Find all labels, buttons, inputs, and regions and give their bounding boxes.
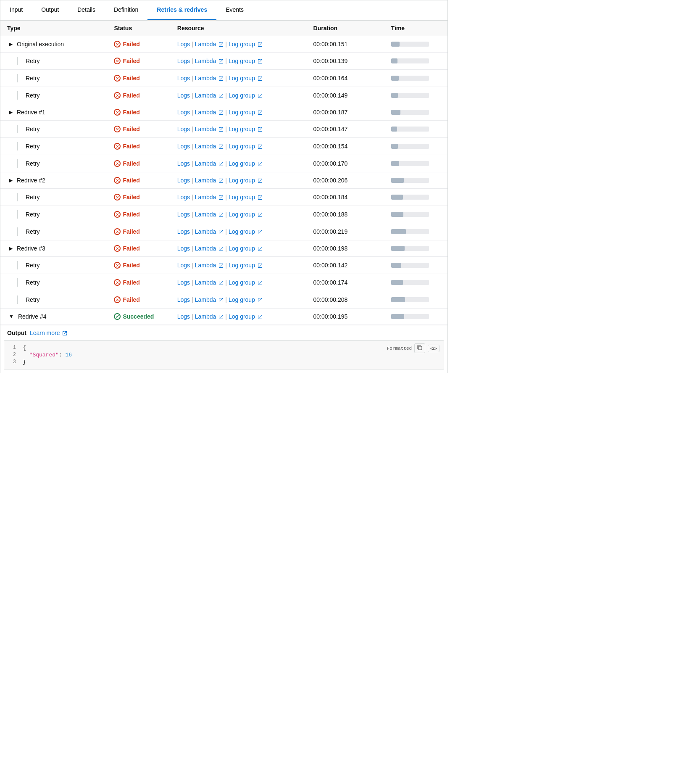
logs-link[interactable]: Logs [177,177,190,184]
loggroup-link[interactable]: Log group [229,177,263,184]
tab-events[interactable]: Events [216,0,253,20]
tab-definition[interactable]: Definition [105,0,147,20]
loggroup-link[interactable]: Log group [229,296,263,303]
loggroup-link[interactable]: Log group [229,92,263,99]
failed-icon: × [114,262,121,269]
resource-links: Logs | Lambda | Log group [177,92,300,99]
tab-output[interactable]: Output [32,0,68,20]
logs-link[interactable]: Logs [177,279,190,286]
lambda-link[interactable]: Lambda [195,296,224,303]
lambda-link[interactable]: Lambda [195,160,224,167]
status-label: Failed [123,109,139,116]
logs-link[interactable]: Logs [177,109,190,116]
lambda-link[interactable]: Lambda [195,177,224,184]
loggroup-ext-icon [258,314,263,319]
loggroup-link[interactable]: Log group [229,228,263,235]
logs-link[interactable]: Logs [177,313,190,320]
loggroup-link[interactable]: Log group [229,41,263,47]
lambda-link[interactable]: Lambda [195,75,224,82]
cell-resource: Logs | Lambda | Log group [171,189,307,206]
lambda-ext-icon [218,314,224,319]
logs-link[interactable]: Logs [177,211,190,218]
table-body: ▶Original execution×Failed Logs | Lambda… [0,36,447,325]
lambda-link[interactable]: Lambda [195,211,224,218]
loggroup-link[interactable]: Log group [229,160,263,167]
cell-type: Retry [0,87,107,104]
expand-button[interactable]: ▶ [7,177,14,184]
copy-button[interactable] [414,343,425,353]
cell-status: ×Failed [107,240,170,257]
output-label: Output [7,330,26,336]
lambda-link[interactable]: Lambda [195,41,224,47]
expand-button[interactable]: ▶ [7,40,14,48]
lambda-link[interactable]: Lambda [195,143,224,150]
cell-duration: 00:00:00.149 [307,87,384,104]
lambda-link[interactable]: Lambda [195,313,224,320]
cell-duration: 00:00:00.208 [307,291,384,309]
logs-link[interactable]: Logs [177,143,190,150]
loggroup-link[interactable]: Log group [229,126,263,132]
lambda-link[interactable]: Lambda [195,262,224,269]
loggroup-link[interactable]: Log group [229,211,263,218]
logs-link[interactable]: Logs [177,58,190,64]
lambda-link[interactable]: Lambda [195,126,224,132]
type-label: Retry [26,296,39,303]
lambda-link[interactable]: Lambda [195,245,224,252]
lambda-link[interactable]: Lambda [195,58,224,64]
format-button[interactable]: </> [428,345,439,352]
cell-duration: 00:00:00.174 [307,274,384,291]
lambda-ext-icon [218,178,224,183]
cell-resource: Logs | Lambda | Log group [171,87,307,104]
loggroup-link[interactable]: Log group [229,75,263,82]
loggroup-link[interactable]: Log group [229,262,263,269]
logs-link[interactable]: Logs [177,194,190,200]
lambda-link[interactable]: Lambda [195,279,224,286]
loggroup-link[interactable]: Log group [229,279,263,286]
loggroup-link[interactable]: Log group [229,143,263,150]
failed-icon: × [114,126,121,132]
logs-link[interactable]: Logs [177,126,190,132]
status-label: Failed [123,296,139,303]
logs-link[interactable]: Logs [177,228,190,235]
cell-time [384,104,447,121]
failed-icon: × [114,41,121,47]
status-label: Failed [123,160,139,167]
logs-link[interactable]: Logs [177,75,190,82]
tab-input[interactable]: Input [0,0,32,20]
table-row: ▶Redrive #1×Failed Logs | Lambda | Log g… [0,104,447,121]
loggroup-ext-icon [258,263,263,268]
cell-status: ×Failed [107,104,170,121]
logs-link[interactable]: Logs [177,262,190,269]
tab-details[interactable]: Details [68,0,105,20]
loggroup-link[interactable]: Log group [229,245,263,252]
logs-link[interactable]: Logs [177,160,190,167]
logs-link[interactable]: Logs [177,296,190,303]
tab-retries[interactable]: Retries & redrives [147,0,216,20]
line-num-1: 1 [9,345,16,351]
lambda-link[interactable]: Lambda [195,228,224,235]
status-label: Failed [123,262,139,269]
loggroup-link[interactable]: Log group [229,194,263,200]
duration-value: 00:00:00.219 [313,228,348,235]
learn-more-link[interactable]: Learn more [30,330,67,336]
logs-link[interactable]: Logs [177,92,190,99]
lambda-link[interactable]: Lambda [195,109,224,116]
expand-button[interactable]: ▶ [7,245,14,252]
lambda-link[interactable]: Lambda [195,194,224,200]
resource-links: Logs | Lambda | Log group [177,313,300,320]
lambda-link[interactable]: Lambda [195,92,224,99]
loggroup-link[interactable]: Log group [229,58,263,64]
cell-duration: 00:00:00.164 [307,70,384,87]
loggroup-link[interactable]: Log group [229,313,263,320]
logs-link[interactable]: Logs [177,41,190,47]
loggroup-link[interactable]: Log group [229,109,263,116]
expand-button[interactable]: ▶ [7,108,14,116]
logs-link[interactable]: Logs [177,245,190,252]
table-row: Retry×Failed Logs | Lambda | Log group 0… [0,223,447,240]
main-container: Input Output Details Definition Retries … [0,0,448,373]
time-bar-fill [391,58,397,63]
table-row: Retry×Failed Logs | Lambda | Log group 0… [0,53,447,70]
expand-button[interactable]: ▼ [7,313,16,320]
lambda-ext-icon [218,127,224,132]
cell-status: ×Failed [107,70,170,87]
